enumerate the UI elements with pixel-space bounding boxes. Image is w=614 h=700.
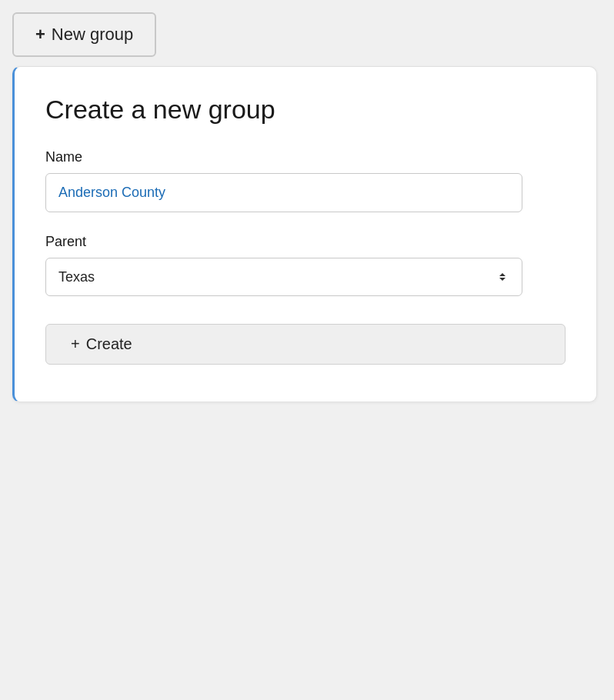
- create-plus-icon: +: [71, 335, 80, 353]
- new-group-button[interactable]: + New group: [12, 12, 156, 57]
- name-label: Name: [45, 149, 566, 165]
- name-input[interactable]: [45, 173, 522, 212]
- create-button-label: Create: [86, 335, 132, 353]
- form-title: Create a new group: [45, 95, 566, 125]
- create-button[interactable]: + Create: [45, 324, 566, 365]
- parent-select[interactable]: Texas California New York: [45, 258, 522, 296]
- create-group-panel: Create a new group Name Parent Texas Cal…: [12, 66, 597, 402]
- parent-label: Parent: [45, 234, 566, 250]
- new-group-button-label: New group: [52, 25, 133, 45]
- plus-icon: +: [35, 25, 45, 45]
